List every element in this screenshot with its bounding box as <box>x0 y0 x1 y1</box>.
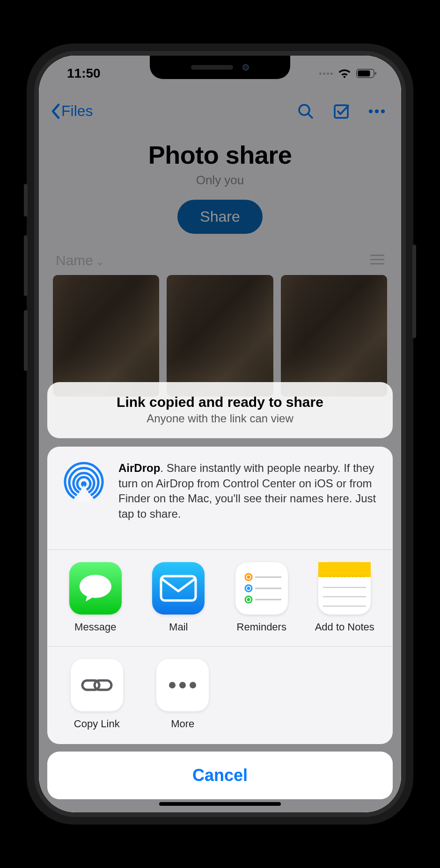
phone-frame: 11:50 Files <box>27 43 413 825</box>
cancel-label: Cancel <box>47 766 393 785</box>
screen: 11:50 Files <box>39 56 401 812</box>
share-sheet: Link copied and ready to share Anyone wi… <box>47 382 393 799</box>
share-app-message[interactable]: Message <box>56 562 135 633</box>
share-main-card: AirDrop. Share instantly with people nea… <box>47 447 393 744</box>
share-actions-row: Copy Link More <box>47 647 393 744</box>
messages-icon <box>69 562 122 615</box>
notes-icon <box>318 562 371 615</box>
share-header-card: Link copied and ready to share Anyone wi… <box>47 382 393 438</box>
action-label: Copy Link <box>56 718 138 730</box>
airdrop-section[interactable]: AirDrop. Share instantly with people nea… <box>47 447 393 550</box>
svg-point-33 <box>190 682 196 688</box>
mail-icon <box>152 562 205 615</box>
share-app-mail[interactable]: Mail <box>139 562 219 633</box>
svg-point-31 <box>169 682 176 688</box>
power-button <box>412 245 416 338</box>
cancel-button[interactable]: Cancel <box>47 752 393 799</box>
volume-down-button <box>24 310 28 371</box>
share-apps-row: Message Mail <box>47 550 393 647</box>
share-app-reminders[interactable]: Reminders <box>222 562 301 633</box>
share-app-label: Mail <box>139 621 219 633</box>
action-label: More <box>142 718 224 730</box>
action-copy-link[interactable]: Copy Link <box>56 659 138 730</box>
share-header-subtitle: Anyone with the link can view <box>60 412 380 425</box>
home-indicator[interactable] <box>159 802 281 806</box>
svg-point-19 <box>247 598 250 601</box>
svg-point-15 <box>247 576 250 579</box>
reminders-icon <box>235 562 288 615</box>
airdrop-description: AirDrop. Share instantly with people nea… <box>118 461 379 521</box>
link-icon <box>71 659 123 711</box>
share-app-notes[interactable]: Add to Notes <box>305 562 385 633</box>
share-app-label: Reminders <box>222 621 301 633</box>
action-more[interactable]: More <box>142 659 224 730</box>
airdrop-icon <box>61 461 106 507</box>
share-app-label: Add to Notes <box>305 621 385 633</box>
share-app-label: Message <box>56 621 135 633</box>
more-icon <box>156 659 209 711</box>
svg-rect-13 <box>161 576 196 600</box>
volume-up-button <box>24 235 28 296</box>
svg-point-17 <box>247 587 250 590</box>
mute-switch <box>24 184 28 217</box>
notch <box>150 56 290 79</box>
svg-rect-30 <box>95 680 111 690</box>
share-header-title: Link copied and ready to share <box>60 394 380 410</box>
svg-point-32 <box>179 682 186 688</box>
